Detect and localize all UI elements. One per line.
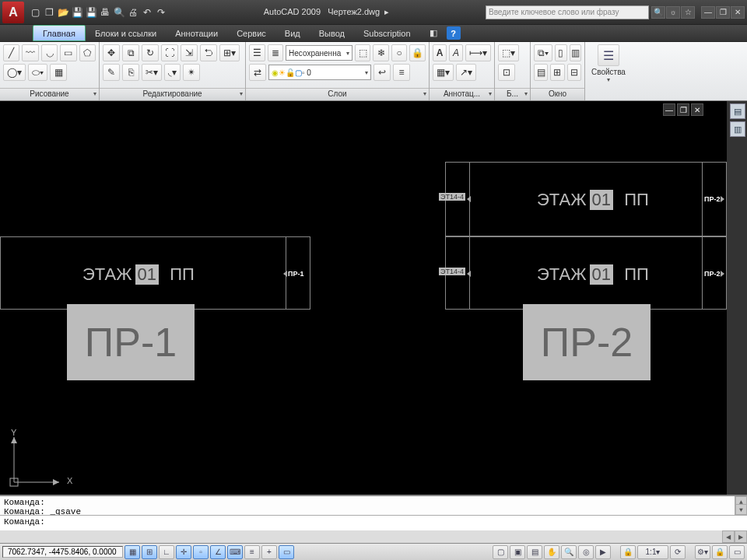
open-icon[interactable]: 📂 <box>57 6 69 19</box>
panel-modify-title[interactable]: Редактирование▾ <box>100 88 245 100</box>
polar-toggle[interactable]: ✛ <box>176 545 191 559</box>
osnap-toggle[interactable]: ▫ <box>193 545 209 559</box>
rotate-button[interactable]: ↻ <box>142 44 159 61</box>
tab-output[interactable]: Вывод <box>310 25 354 41</box>
scroll-down-icon[interactable]: ▼ <box>735 504 747 515</box>
annoscale-button[interactable]: 🔒 <box>620 545 636 559</box>
ortho-toggle[interactable]: ∟ <box>159 545 174 559</box>
panel-layers-title[interactable]: Слои▾ <box>246 88 429 100</box>
preview-icon[interactable]: 🔍 <box>113 6 125 19</box>
sheet-set-icon[interactable]: ▥ <box>730 121 745 137</box>
panel-window-title[interactable]: Окно <box>531 88 584 100</box>
tab-blocks[interactable]: Блоки и ссылки <box>86 25 166 41</box>
command-history[interactable]: Команда: Команда: _qsave ▲ ▼ <box>0 496 747 515</box>
pan-button[interactable]: ✋ <box>544 545 559 559</box>
tab-extra-icon[interactable]: ◧ <box>420 25 447 41</box>
doc-close[interactable]: ✕ <box>691 103 703 116</box>
print-icon[interactable]: 🖨 <box>127 6 139 19</box>
lwt-toggle[interactable]: ≡ <box>244 545 260 559</box>
scale-display[interactable]: 1:1▾ <box>637 545 668 559</box>
panel-block-title[interactable]: Б...▾ <box>495 88 530 100</box>
lock-ui-button[interactable]: 🔒 <box>712 545 728 559</box>
command-v-scroll[interactable]: ▲ ▼ <box>735 496 747 515</box>
window-restore[interactable]: ❐ <box>716 6 730 19</box>
window-minimize[interactable]: — <box>701 6 715 19</box>
workspace-button[interactable]: ⚙▾ <box>695 545 710 559</box>
undo-icon[interactable]: ↶ <box>141 6 153 19</box>
layer-match-button[interactable]: ⇄ <box>249 64 266 81</box>
leader-button[interactable]: ↗▾ <box>456 64 476 81</box>
files-icon[interactable]: ❐ <box>43 6 55 19</box>
trim-button[interactable]: ✂▾ <box>142 64 162 81</box>
qp-toggle[interactable]: + <box>261 545 277 559</box>
wheel-button[interactable]: ◎ <box>578 545 594 559</box>
rectangle-button[interactable]: ▭ <box>60 44 76 61</box>
layer-off-button[interactable]: ○ <box>391 44 408 61</box>
app-menu-button[interactable]: A <box>2 2 24 23</box>
tile-v-button[interactable]: ▥ <box>570 44 582 61</box>
stretch-button[interactable]: ⇲ <box>181 44 198 61</box>
coordinates-display[interactable]: 7062.7347, -4475.8406, 0.0000 <box>2 546 123 558</box>
layer-iso-button[interactable]: ⬚ <box>355 44 371 61</box>
command-h-scroll[interactable]: ◀ ▶ <box>0 530 747 543</box>
circle-button[interactable]: ◯▾ <box>3 64 26 81</box>
doc-minimize[interactable]: — <box>663 103 675 116</box>
table-button[interactable]: ▦▾ <box>433 64 454 81</box>
model-toggle[interactable]: ▭ <box>279 545 294 559</box>
panel-draw-title[interactable]: Рисование▾ <box>0 88 99 100</box>
offset-button[interactable]: ⎘ <box>122 64 139 81</box>
polygon-button[interactable]: ⬠ <box>79 44 96 61</box>
snap-toggle[interactable]: ▦ <box>124 545 140 559</box>
command-input[interactable]: Команда: <box>0 515 747 530</box>
move-button[interactable]: ✥ <box>103 44 120 61</box>
win3-button[interactable]: ⊟ <box>567 64 581 81</box>
doc-restore[interactable]: ❐ <box>677 103 689 116</box>
window-close[interactable]: ✕ <box>731 6 745 19</box>
copy-button[interactable]: ⧉ <box>122 44 139 61</box>
arc-button[interactable]: ◡ <box>41 44 58 61</box>
tab-subscription[interactable]: Subscription <box>354 25 420 41</box>
layer-states-button[interactable]: ≣ <box>268 44 284 61</box>
text-button[interactable]: A <box>449 44 463 61</box>
tab-annotations[interactable]: Аннотации <box>166 25 227 41</box>
modelspace-button[interactable]: ▢ <box>493 545 508 559</box>
otrack-toggle[interactable]: ∠ <box>210 545 226 559</box>
tab-view[interactable]: Вид <box>275 25 310 41</box>
panel-annotation-title[interactable]: Аннотац...▾ <box>430 88 494 100</box>
erase-button[interactable]: ✎ <box>103 64 120 81</box>
cleanscreen-button[interactable]: ▭ <box>729 545 745 559</box>
explode-button[interactable]: ✴ <box>183 64 200 81</box>
block-insert-button[interactable]: ⬚▾ <box>498 44 519 61</box>
layer-freeze-button[interactable]: ❄ <box>373 44 389 61</box>
favorites-icon[interactable]: ☆ <box>681 6 695 19</box>
tile-h-button[interactable]: ▤ <box>534 64 548 81</box>
win2-button[interactable]: ⊞ <box>550 64 564 81</box>
layer-prop-button[interactable]: ☰ <box>249 44 265 61</box>
plot-icon[interactable]: 🖶 <box>99 6 111 19</box>
mirror-button[interactable]: ⮌ <box>200 44 217 61</box>
dyn-toggle[interactable]: ⌨ <box>227 545 243 559</box>
layer-prev-button[interactable]: ↩ <box>374 64 391 81</box>
layer-state-select[interactable]: Несохраненна▾ <box>286 45 352 61</box>
mtext-button[interactable]: A <box>433 44 447 61</box>
cascade-button[interactable]: ▯ <box>555 44 567 61</box>
ellipse-button[interactable]: ⬭▾ <box>28 64 47 81</box>
line-button[interactable]: ╱ <box>3 44 19 61</box>
scroll-left-icon[interactable]: ◀ <box>722 530 735 543</box>
zoom-button[interactable]: 🔍 <box>561 545 577 559</box>
block-create-button[interactable]: ⊡ <box>498 64 515 81</box>
layer-lock-button[interactable]: 🔒 <box>409 44 426 61</box>
comm-center-icon[interactable]: ☼ <box>666 6 680 19</box>
tab-service[interactable]: Сервис <box>227 25 275 41</box>
tab-home[interactable]: Главная <box>33 25 86 41</box>
saveall-icon[interactable]: 💾 <box>85 6 97 19</box>
layout-button[interactable]: ▣ <box>510 545 525 559</box>
scroll-right-icon[interactable]: ▶ <box>735 530 747 543</box>
help-button[interactable]: ? <box>447 26 461 40</box>
tool-palettes-icon[interactable]: ▤ <box>730 103 745 119</box>
model-space-canvas[interactable]: — ❐ ✕ ЭТАЖ01 ПП ПР-1 ПР-1 ЭТ14-4 . ЭТАЖ0… <box>0 101 727 495</box>
hatch-button[interactable]: ▦ <box>50 64 67 81</box>
annosync-button[interactable]: ⟳ <box>670 545 686 559</box>
polyline-button[interactable]: 〰 <box>22 44 38 61</box>
layer-walk-button[interactable]: ≡ <box>393 64 410 81</box>
